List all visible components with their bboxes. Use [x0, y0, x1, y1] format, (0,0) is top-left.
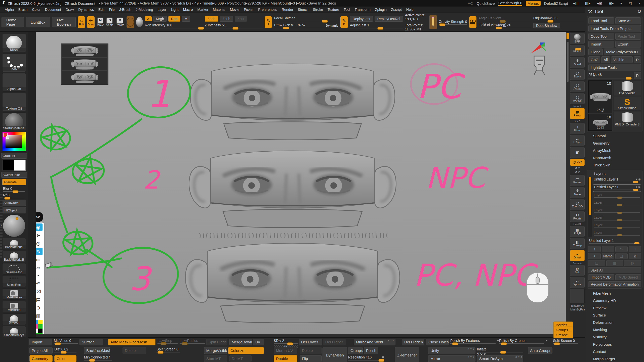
double-button[interactable]: Double [274, 355, 297, 362]
palette-swatch[interactable] [36, 324, 38, 329]
document-canvas[interactable]: 1 2 3 PC NPC PC, NPC [36, 32, 566, 334]
sculpt-strip-3[interactable] [182, 236, 403, 324]
dynamic-label[interactable]: Dynamic [326, 24, 338, 27]
lightbox-tools-button[interactable]: Lightbox▶Tools [588, 64, 641, 71]
rotate-z-button[interactable]: ↺ Z [570, 171, 584, 174]
fillobject[interactable]: FillObject [2, 207, 26, 213]
goz-r-button[interactable]: R [634, 56, 641, 63]
eraser-tool-icon[interactable]: ▱ [36, 264, 43, 271]
delete-layer-button[interactable]: ⊠ [629, 253, 641, 259]
import-mdd-button[interactable]: Import MDD [588, 274, 614, 280]
section-geometry[interactable]: Geometry [585, 140, 644, 147]
dot-size-tool-icon[interactable]: • [36, 272, 43, 279]
shape-tool-icon[interactable]: ▭ [36, 256, 43, 263]
transp-button[interactable]: ◧Transp [570, 238, 585, 249]
axis-gizmo[interactable] [530, 42, 546, 55]
tool-thumbnail[interactable]: 10 25강 [588, 114, 612, 131]
auto-mask-fibermesh-button[interactable]: Auto Mask FiberMesh [108, 339, 155, 345]
draw-size-icon[interactable]: ✎S [265, 16, 272, 28]
duplicate-layer-button[interactable]: ❏ [615, 253, 628, 259]
replay-last-button[interactable]: ReplayLast [350, 16, 373, 22]
obj-shadow-slider[interactable]: ObjShadow 0.3 [533, 16, 584, 21]
minimize-button[interactable]: ▾ [619, 1, 624, 5]
current-color-swatch[interactable] [36, 333, 43, 334]
menu-tool[interactable]: Tool [341, 7, 352, 12]
layers-scrollbar[interactable] [588, 177, 592, 237]
menu-alpha[interactable]: Alpha [3, 7, 16, 12]
save-as-button[interactable]: Save As [615, 17, 641, 24]
menu-zplugin[interactable]: Zplugin [373, 7, 389, 12]
color-palette[interactable] [36, 320, 43, 333]
surface-button[interactable]: Surface [79, 339, 103, 345]
default-zscript-button[interactable]: DefaultZScript [544, 1, 568, 6]
storemt-button[interactable]: StoreMT [204, 355, 227, 362]
section-deformation[interactable]: Deformation [585, 319, 644, 326]
history-thumb[interactable] [62, 71, 107, 84]
camera-tool-icon[interactable]: ⊙ [36, 304, 43, 311]
goz-all-button[interactable]: All [601, 56, 610, 63]
section-subtool[interactable]: Subtool [585, 132, 644, 140]
tool-thumbnail-simplebrush[interactable]: S SimpleBrush [613, 97, 641, 111]
backfacemask-button[interactable]: BackfaceMask [84, 347, 110, 354]
solo-button[interactable]: ◍Solo [570, 265, 585, 276]
rgb-intensity-slider[interactable]: Rgb Intensity 100 [145, 23, 203, 28]
section-arraymesh[interactable]: ArrayMesh [585, 147, 644, 154]
replay-icon[interactable]: ✎D [340, 16, 348, 28]
accucurve[interactable]: AccuCurve [2, 200, 26, 206]
divider-left-icon[interactable]: ◂|||| [572, 1, 580, 5]
move[interactable]: Move [2, 34, 26, 52]
menu-color[interactable]: Color [30, 7, 43, 12]
tool-thumbnail-pm3d-cylinder[interactable]: PM3D_Cylinder3 [613, 112, 641, 127]
l-sym-button[interactable]: ↔L.Sym [570, 135, 585, 146]
layer-arrow-0[interactable]: ↑ [588, 246, 601, 252]
menu-stroke[interactable]: Stroke [311, 7, 325, 12]
alpha-tag[interactable]: A [145, 16, 152, 21]
restore-config-icon[interactable]: ↺ [637, 9, 641, 14]
scroll-button[interactable]: ✛Scroll [570, 57, 585, 68]
export-button[interactable]: Export [615, 41, 641, 48]
current-alpha-button[interactable] [136, 17, 143, 27]
new-layer-button[interactable]: + [588, 253, 601, 259]
clipboard-tool-icon[interactable]: ▥ [36, 312, 43, 320]
import-button[interactable]: Import [29, 339, 52, 345]
spix-3-button[interactable]: SPix 3 [570, 45, 585, 56]
zadd-toggle[interactable]: Zadd [205, 16, 218, 22]
texture-off[interactable]: Texture Off [2, 93, 26, 111]
pen-tool-icon[interactable]: ✎ [36, 248, 43, 255]
rgb-toggle[interactable]: Rgb [168, 16, 180, 22]
layer-row[interactable]: Layer [593, 215, 641, 222]
document-history-thumbnails[interactable] [61, 43, 108, 85]
frame-button[interactable]: ▭Frame [570, 175, 585, 186]
layer-op-icon[interactable]: ▦ [606, 260, 623, 266]
active-tool-thumbnail[interactable]: 10 25강 [588, 80, 612, 113]
unify-button[interactable]: UnifyX Y Z [428, 347, 475, 354]
dock-left-icon[interactable]: ◂▣ [595, 1, 603, 5]
resolution-416-slider[interactable]: Resolution 416 [348, 355, 381, 360]
smart-resym-button[interactable]: Smart ReSymX Y Z [477, 355, 523, 362]
menu-brush[interactable]: Brush [16, 7, 30, 12]
mergedown-button[interactable]: MergeDown [229, 339, 252, 345]
section-morph-target[interactable]: Morph Target [585, 355, 644, 362]
close-holes-button[interactable]: Close Holes [426, 339, 449, 345]
live-boolean-button[interactable]: Live Boolean [52, 17, 76, 27]
gravity-strength-slider[interactable]: Gravity Strength 0 [439, 20, 467, 25]
load-tool-button[interactable]: Load Tool [588, 17, 614, 24]
zremesher-button[interactable]: ZRemesher [395, 347, 419, 362]
tool-r-button[interactable]: R [634, 72, 641, 79]
menu-texture[interactable]: Texture [325, 7, 341, 12]
layer-row[interactable]: Layer [593, 200, 641, 207]
lazystep-slider[interactable]: LazyStep [157, 339, 178, 344]
camera-lock-icon-button[interactable]: ▣ [570, 147, 585, 158]
layer-arrow-2[interactable]: ↷ [615, 246, 628, 252]
texture-thumb[interactable] [570, 289, 585, 303]
xyz-button[interactable]: ↺XYZ [570, 159, 585, 166]
alpha-off[interactable]: Alpha Off [2, 73, 26, 92]
floor-button[interactable]: ↓Floor [570, 123, 585, 134]
layer-row[interactable]: Untitled Layer 1● ◉ [593, 184, 641, 192]
split-hidden-button[interactable]: Split Hidden [206, 339, 227, 345]
goz-button[interactable]: GoZ [588, 56, 600, 63]
zsub-toggle[interactable]: Zsub [220, 16, 233, 22]
edit-mode-button[interactable]: ▱ Edit [78, 16, 85, 28]
gravity-direction-widget[interactable] [429, 15, 436, 29]
menu-layer[interactable]: Layer [155, 7, 169, 12]
